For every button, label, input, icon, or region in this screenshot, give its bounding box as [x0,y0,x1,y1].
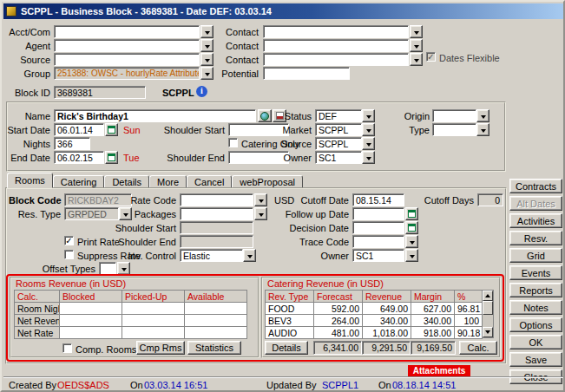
tab-details[interactable]: Details [104,175,149,188]
follow-up-date-input[interactable] [352,207,404,220]
trace-code-label: Trace Code [285,237,349,247]
inv-control-select[interactable]: Elastic [180,249,243,262]
start-date-input[interactable]: 06.01.14 [54,123,104,136]
catering-pct: 100 [455,315,483,327]
calc-button[interactable]: Calc. [459,341,497,355]
potential-input[interactable] [263,67,350,80]
table-row[interactable]: FOOD 592.00 649.00 627.00 96.81 [266,303,483,315]
nights-input[interactable]: 366 [54,137,90,150]
source-code-input[interactable]: SCPPL [315,137,362,150]
potential-label: Potential [210,69,259,79]
scroll-down-icon[interactable] [483,327,493,337]
origin-dropdown-icon[interactable] [476,109,489,122]
catering-scrollbar[interactable] [482,290,494,338]
offset-types-input[interactable] [99,262,116,275]
catering-col-revenue: Revenue [363,291,411,303]
market-dropdown-icon[interactable] [362,123,375,136]
packages-label: Packages [130,209,176,219]
contact3-input[interactable] [263,53,409,66]
cmp-rms-button[interactable]: Cmp Rms [136,341,185,355]
end-date-calendar-icon[interactable] [105,151,118,164]
trace-code-input[interactable] [352,235,404,248]
catering-forecast: 481.00 [314,327,363,339]
source-code-dropdown-icon[interactable] [362,137,375,150]
owner-input[interactable]: SC1 [315,151,362,164]
status-input[interactable]: DEF [315,109,362,122]
catering-margin: 340.00 [411,315,455,327]
details-button[interactable]: Details [265,341,308,355]
tab-more[interactable]: More [149,175,187,188]
rooms-col-available: Available [185,291,247,303]
contact3-label: Contact [210,55,259,65]
source-input[interactable] [54,53,200,66]
type-dropdown-icon[interactable] [476,123,489,136]
contact1-input[interactable] [263,25,409,38]
cutoff-date-input[interactable]: 08.15.14 [352,193,404,206]
status-dropdown-icon[interactable] [362,109,375,122]
decision-date-input[interactable] [352,221,404,234]
tab-catering[interactable]: Catering [53,175,105,188]
name-input[interactable]: Rick's Birthday1 [54,109,256,122]
trace-code-dropdown-icon[interactable] [405,235,418,248]
print-rate-checkbox[interactable] [64,236,74,245]
contact2-dropdown-icon[interactable] [410,39,423,52]
owner-dropdown-icon[interactable] [362,151,375,164]
catering-header-row: Rev. Type Forecast Revenue Margin % [266,291,483,303]
type-input[interactable] [432,123,476,136]
scroll-up-icon[interactable] [483,291,493,301]
comp-rooms-checkbox[interactable] [62,343,72,353]
events-button[interactable]: Events [509,265,562,280]
grid-button[interactable]: Grid [509,248,562,263]
notes-button-sidebar[interactable]: Notes [509,300,562,315]
statistics-button[interactable]: Statistics [187,341,241,355]
table-row[interactable]: BEV3 264.00 340.00 340.00 100 [266,315,483,327]
activities-button[interactable]: Activities [509,213,562,228]
rooms-col-picked-up: Picked-Up [122,291,185,303]
tab-webproposal[interactable]: webProposal [232,175,303,188]
catering-rev-type: BEV3 [266,315,314,327]
tab-rooms[interactable]: Rooms [7,173,53,188]
follow-up-calendar-icon[interactable] [405,207,418,220]
table-row[interactable]: Net Rate [15,327,247,339]
suppress-rate-checkbox[interactable] [64,250,74,259]
info-icon[interactable] [196,86,207,97]
tab-bar: Rooms Catering Details More Cancel webPr… [7,173,303,188]
table-row[interactable]: Room Nights [15,303,247,315]
res-type-input[interactable]: GRPDED [64,207,119,220]
table-row[interactable]: AUDIO 481.00 1,018.00 918.00 90.18 [266,327,483,339]
attachments-button[interactable]: Attachments [408,365,470,376]
agent-input[interactable] [54,39,200,52]
contact3-dropdown-icon[interactable] [410,53,423,66]
origin-label: Origin [388,111,430,121]
table-row[interactable]: Net Revenue [15,315,247,327]
rate-code-input[interactable] [180,193,253,206]
resv-button[interactable]: Resv. [509,231,562,245]
decision-calendar-icon[interactable] [405,221,418,234]
offset-types-dropdown-icon[interactable] [117,262,130,275]
tab-owner-input[interactable]: SC1 [352,249,404,262]
save-button[interactable]: Save [509,352,562,367]
contact1-dropdown-icon[interactable] [410,25,423,38]
packages-input[interactable] [180,207,253,220]
dates-flexible-checkbox [426,52,436,62]
origin-input[interactable] [432,109,476,122]
end-date-input[interactable]: 06.02.15 [54,151,104,164]
profile-globe-button[interactable] [258,109,272,122]
tab-owner-dropdown-icon[interactable] [405,249,418,262]
created-on-value: 03.03.14 16:51 [144,380,207,390]
rate-code-dropdown-icon[interactable] [254,193,267,206]
reports-button[interactable]: Reports [509,283,562,297]
options-button[interactable]: Options [509,317,562,332]
contracts-button[interactable]: Contracts [509,179,562,193]
contact2-input[interactable] [263,39,409,52]
acct-com-input[interactable] [54,25,200,38]
catering-only-checkbox[interactable] [228,138,238,147]
inv-control-dropdown-icon[interactable] [243,249,256,262]
ok-button[interactable]: OK [509,335,562,350]
packages-dropdown-icon[interactable] [254,207,267,220]
start-date-calendar-icon[interactable] [105,123,118,136]
scrollbar-thumb[interactable] [483,301,493,315]
market-input[interactable]: SCPPL [315,123,362,136]
tab-cancel[interactable]: Cancel [187,175,232,188]
total-margin-field: 9,169.50 [411,341,456,355]
